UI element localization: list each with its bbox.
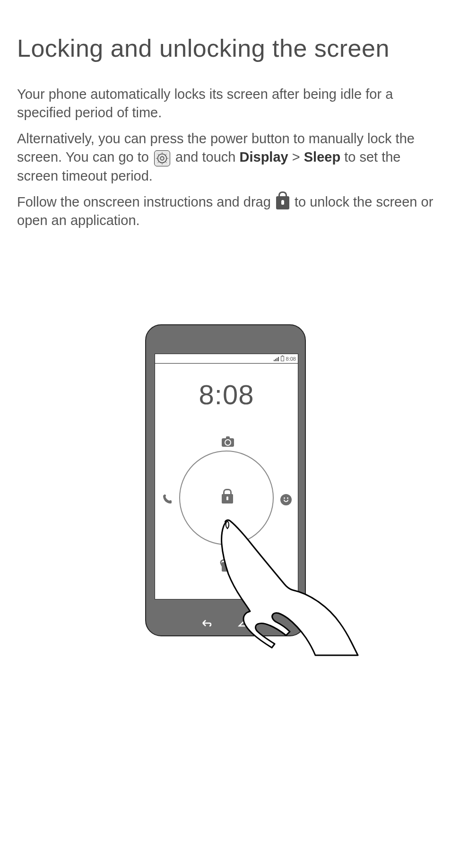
lock-icon <box>276 196 289 209</box>
para2-display-bold: Display <box>240 149 288 165</box>
svg-line-7 <box>165 161 167 163</box>
phone-screen: 8:08 8:08 <box>155 354 298 599</box>
phone-shortcut-icon[interactable] <box>161 494 173 505</box>
lock-center-icon[interactable] <box>222 494 233 503</box>
svg-point-1 <box>160 156 164 160</box>
unlock-ring-area <box>155 451 298 545</box>
page-title: Locking and unlocking the screen <box>17 34 434 62</box>
para2-text-b: and touch <box>175 149 239 165</box>
signal-icon <box>274 356 279 361</box>
para2-sleep-bold: Sleep <box>304 149 340 165</box>
paragraph-3: Follow the onscreen instructions and dra… <box>17 193 434 230</box>
phone-illustration: 8:08 8:08 <box>145 324 306 636</box>
unlock-ring[interactable] <box>179 451 274 545</box>
unlock-target-icon[interactable] <box>222 562 233 572</box>
status-time: 8:08 <box>286 356 296 362</box>
status-bar: 8:08 <box>155 354 298 364</box>
svg-line-6 <box>158 154 159 155</box>
message-shortcut-icon[interactable] <box>280 494 292 505</box>
nav-bar <box>146 618 305 628</box>
para2-text-c: > <box>292 149 304 165</box>
camera-shortcut-icon[interactable] <box>222 438 234 447</box>
para3-text-a: Follow the onscreen instructions and dra… <box>17 194 275 209</box>
svg-line-8 <box>165 154 167 155</box>
svg-line-9 <box>158 161 159 163</box>
battery-icon <box>281 356 284 361</box>
paragraph-1: Your phone automatically locks its scree… <box>17 85 434 122</box>
settings-icon <box>154 150 170 166</box>
lockscreen-clock: 8:08 <box>155 379 298 410</box>
home-icon[interactable] <box>238 618 250 628</box>
phone-body: 8:08 8:08 <box>145 324 306 636</box>
back-icon[interactable] <box>201 618 213 628</box>
paragraph-2: Alternatively, you can press the power b… <box>17 130 434 185</box>
